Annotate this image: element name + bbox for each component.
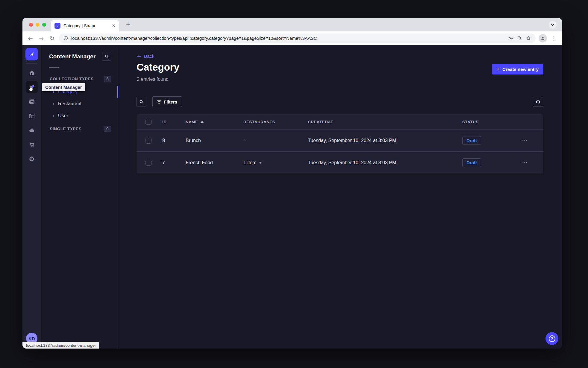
table-search-button[interactable] [136, 97, 146, 107]
subnav-item-user[interactable]: User [41, 110, 118, 122]
content-type-builder-icon [28, 112, 35, 119]
zoom-icon[interactable] [517, 35, 522, 41]
question-mark-icon: ? [549, 335, 555, 342]
column-header-restaurants[interactable]: RESTAURANTS [243, 120, 308, 124]
url-bar[interactable]: localhost:1337/admin/content-manager/col… [59, 34, 536, 43]
column-header-id[interactable]: ID [162, 120, 186, 124]
strapi-admin-page: ⚙ KD Content Manager COLLECTION TYPES 3 [22, 45, 562, 349]
browser-menu-icon[interactable]: ⋮ [550, 35, 558, 41]
gear-icon: ⚙ [536, 99, 540, 105]
zoom-window-button[interactable] [42, 23, 46, 27]
column-header-status[interactable]: STATUS [462, 120, 521, 124]
minimize-window-button[interactable] [36, 23, 40, 27]
window-controls [29, 23, 46, 27]
create-new-entry-button[interactable]: + Create new entry [492, 64, 543, 74]
strapi-logo[interactable] [25, 48, 38, 60]
expand-relation-icon [259, 162, 262, 164]
row-checkbox[interactable] [146, 160, 151, 166]
sidebar-item-content-type-builder[interactable] [26, 110, 38, 122]
collection-types-list: Category Restaurant User [41, 86, 118, 122]
page-title: Category [137, 62, 179, 73]
table-settings-button[interactable]: ⚙ [533, 97, 543, 107]
create-button-label: Create new entry [502, 67, 539, 72]
select-all-checkbox[interactable] [146, 119, 151, 125]
page-info-icon[interactable] [63, 36, 68, 41]
filters-label: Filters [164, 99, 177, 104]
gear-icon: ⚙ [29, 155, 35, 163]
column-header-name[interactable]: NAME [186, 120, 243, 124]
sidebar-item-home[interactable] [26, 67, 38, 79]
link-preview-statusbar: localhost:1337/admin/content-manager [22, 342, 99, 349]
strapi-favicon-icon [54, 23, 60, 29]
back-arrow-icon: ← [137, 54, 141, 59]
entries-count: 2 entries found [137, 77, 169, 82]
table-row-brunch[interactable]: 8 Brunch - Tuesday, September 10, 2024 a… [137, 129, 543, 151]
table-row-french-food[interactable]: 7 French Food 1 item Tuesday, September … [137, 151, 543, 174]
back-icon[interactable]: ← [27, 35, 34, 42]
row-actions-icon[interactable]: ⋯ [521, 136, 528, 144]
sidebar-item-marketplace[interactable] [26, 139, 38, 150]
sidebar-item-media-library[interactable] [26, 95, 38, 107]
bullet-icon [53, 115, 54, 117]
cell-name: French Food [186, 160, 243, 165]
single-types-label: SINGLE TYPES [50, 127, 81, 131]
plus-icon: + [497, 66, 500, 72]
bullet-icon [53, 91, 54, 93]
row-checkbox[interactable] [146, 138, 151, 144]
browser-tab-strip: Category | Strapi ✕ + [22, 18, 562, 31]
person-icon [540, 36, 545, 41]
browser-tab[interactable]: Category | Strapi ✕ [51, 20, 119, 31]
content-manager-tooltip: Content Manager [42, 83, 85, 91]
mouse-cursor [28, 85, 35, 93]
tab-title: Category | Strapi [63, 23, 109, 28]
collection-types-count-badge: 3 [104, 76, 111, 82]
forward-icon[interactable]: → [37, 35, 45, 42]
column-header-createdat[interactable]: CREATEDAT [308, 120, 462, 124]
subnav-item-label: User [58, 113, 68, 118]
back-link[interactable]: ← Back [137, 54, 154, 59]
cell-createdat: Tuesday, September 10, 2024 at 3:03 PM [308, 138, 462, 143]
row-actions-icon[interactable]: ⋯ [521, 158, 528, 166]
bullet-icon [53, 103, 54, 105]
active-item-indicator [117, 86, 118, 98]
password-key-icon[interactable] [508, 35, 514, 41]
help-button[interactable]: ? [545, 332, 558, 345]
cell-id: 8 [162, 138, 186, 143]
main-content: ← Back Category 2 entries found + Create… [119, 45, 562, 349]
search-icon [104, 54, 109, 59]
sidebar-item-settings[interactable]: ⚙ [26, 153, 38, 165]
media-library-icon [28, 98, 35, 105]
subnav-title: Content Manager [49, 53, 96, 60]
filter-icon [157, 100, 161, 104]
subnav-search-button[interactable] [102, 52, 111, 61]
reload-icon[interactable]: ↻ [48, 35, 56, 42]
browser-toolbar: ← → ↻ localhost:1337/admin/content-manag… [22, 31, 562, 45]
sidebar-item-deploy-cloud[interactable] [26, 124, 38, 136]
collection-types-label: COLLECTION TYPES [50, 77, 94, 81]
subnav-divider [49, 67, 59, 68]
restaurants-count: 1 item [243, 160, 257, 165]
bookmark-star-icon[interactable] [525, 35, 531, 41]
tab-close-icon[interactable]: ✕ [112, 23, 116, 28]
close-window-button[interactable] [29, 23, 33, 27]
cell-name: Brunch [186, 138, 243, 143]
subnav-item-label: Restaurant [58, 101, 81, 107]
cart-icon [28, 141, 35, 148]
rail-divider [26, 63, 37, 64]
collection-types-section: COLLECTION TYPES 3 [50, 76, 111, 82]
sort-ascending-icon [201, 121, 204, 123]
browser-window: Category | Strapi ✕ + ← → ↻ localhost:13… [22, 18, 562, 349]
subnav-item-restaurant[interactable]: Restaurant [41, 98, 118, 110]
browser-profile-avatar[interactable] [539, 34, 547, 42]
single-types-section: SINGLE TYPES 0 [50, 126, 111, 132]
cell-restaurants: - [243, 138, 308, 143]
search-icon [139, 99, 144, 104]
tab-search-chevron-icon[interactable] [549, 21, 557, 29]
filters-button[interactable]: Filters [152, 96, 182, 107]
table-header-row: ID NAME RESTAURANTS CREATEDAT STATUS [137, 114, 543, 129]
status-badge: Draft [462, 136, 481, 145]
url-text: localhost:1337/admin/content-manager/col… [71, 36, 505, 41]
cell-restaurants[interactable]: 1 item [243, 160, 308, 165]
single-types-count-badge: 0 [104, 126, 111, 132]
new-tab-button[interactable]: + [126, 20, 130, 28]
